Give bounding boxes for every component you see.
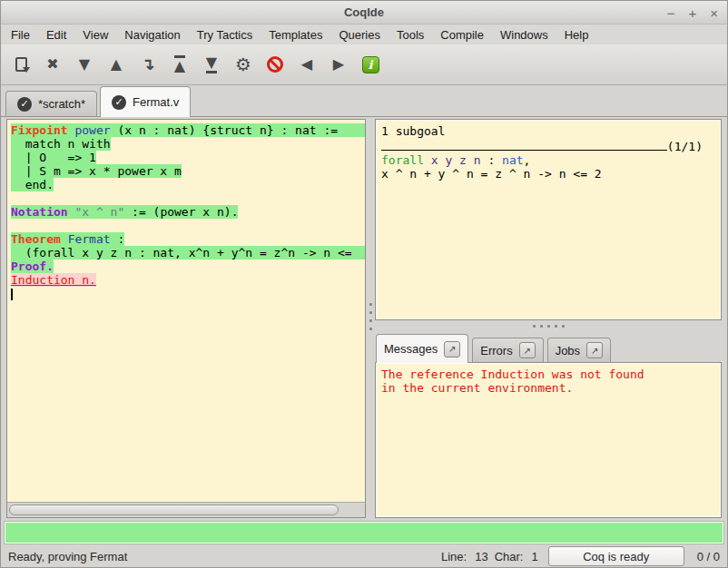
code-line	[11, 191, 365, 205]
about-icon: i	[362, 56, 379, 73]
restart-icon: ▲	[174, 55, 185, 73]
splitter-dot	[547, 325, 550, 328]
line-value: 13	[475, 550, 487, 563]
splitter-dot	[555, 325, 557, 328]
splitter-dot	[369, 328, 372, 330]
save-button[interactable]	[8, 49, 34, 80]
code-line: Proof.	[11, 260, 365, 273]
menu-item-queries[interactable]: Queries	[330, 26, 389, 44]
tab--scratch-[interactable]: ✓*scratch*	[5, 91, 97, 116]
detach-button[interactable]: ↗	[444, 341, 460, 357]
previous-occurrence-button[interactable]: ◀	[294, 49, 320, 80]
menu-item-templates[interactable]: Templates	[261, 26, 330, 44]
tab-label: Fermat.v	[133, 95, 179, 109]
go-to-cursor-icon: ↴	[141, 56, 154, 73]
document-tabbar: ✓*scratch*✓Fermat.v	[1, 85, 727, 117]
progress-bar	[5, 522, 723, 544]
vertical-splitter[interactable]	[366, 117, 375, 516]
menu-item-windows[interactable]: Windows	[492, 26, 556, 44]
statusbar: Ready, proving Fermat Line: 13 Char: 1 C…	[1, 545, 727, 567]
menu-item-navigation[interactable]: Navigation	[116, 26, 188, 44]
goal-index: (1/1)	[667, 140, 703, 153]
message-tabbar: Messages↗Errors↗Jobs↗	[375, 332, 722, 362]
about-button[interactable]: i	[358, 49, 383, 80]
go-to-cursor-button[interactable]: ↴	[135, 49, 161, 80]
tab-label: Jobs	[556, 344, 580, 357]
tab-label: Errors	[480, 344, 512, 357]
code-line: match n with	[11, 137, 365, 151]
code-line: | S m => x * power x m	[11, 164, 365, 178]
code-line: Induction n.	[11, 273, 365, 287]
coq-status-button[interactable]: Coq is ready	[548, 546, 684, 566]
menu-item-file[interactable]: File	[3, 26, 38, 44]
menu-item-view[interactable]: View	[74, 26, 116, 44]
toolbar: ✖▼▲↴▲▼⚙◀▶i	[1, 44, 727, 85]
subgoal-count: 1 subgoal	[381, 124, 715, 138]
scrollbar-thumb[interactable]	[9, 504, 339, 515]
detach-button[interactable]: ↗	[519, 342, 536, 358]
splitter-dot	[540, 325, 543, 328]
menu-item-try-tactics[interactable]: Try Tactics	[189, 26, 261, 44]
step-backward-icon: ▲	[111, 57, 122, 72]
goal-statement: forall x y z n : nat,x ^ n + y ^ n = z ^…	[381, 153, 715, 181]
step-backward-button[interactable]: ▲	[103, 49, 129, 80]
code-line: Theorem Fermat :	[11, 232, 365, 246]
script-editor[interactable]: Fixpoint power (x n : nat) {struct n} : …	[7, 120, 365, 502]
preferences-button[interactable]: ⚙	[231, 49, 256, 80]
restart-button[interactable]: ▲	[167, 49, 192, 80]
splitter-dot	[369, 311, 372, 314]
menu-item-edit[interactable]: Edit	[38, 26, 74, 44]
close-buffer-button[interactable]: ✖	[40, 49, 65, 80]
go-to-end-icon: ▼	[206, 55, 217, 73]
minimize-window-icon[interactable]: −	[667, 6, 675, 20]
goal-separator-line	[381, 150, 667, 151]
error-message-line: The reference Induction was not found	[381, 367, 715, 381]
menubar: FileEditViewNavigationTry TacticsTemplat…	[1, 24, 727, 44]
close-window-icon[interactable]: ×	[710, 6, 718, 20]
detach-button[interactable]: ↗	[586, 342, 603, 358]
tab-jobs[interactable]: Jobs↗	[547, 338, 611, 362]
goals-pane[interactable]: 1 subgoal (1/1) forall x y z n : nat,x ^…	[375, 119, 722, 320]
text-caret	[11, 289, 13, 300]
tab-errors[interactable]: Errors↗	[472, 338, 543, 362]
sentence-counter: 0 / 0	[697, 550, 720, 563]
splitter-dot	[369, 319, 372, 322]
step-forward-icon: ▼	[79, 57, 90, 72]
status-message: Ready, proving Fermat	[8, 550, 127, 563]
menu-item-help[interactable]: Help	[556, 26, 597, 44]
horizontal-splitter[interactable]	[375, 320, 722, 332]
step-forward-button[interactable]: ▼	[72, 49, 97, 80]
code-line: x ^ n + y ^ n = z ^ n -> n <= 2	[381, 167, 715, 181]
splitter-dot	[562, 325, 565, 328]
code-line	[11, 287, 365, 300]
main-area: Fixpoint power (x n : nat) {struct n} : …	[1, 117, 727, 520]
tab-label: *scratch*	[38, 97, 85, 111]
interrupt-icon	[267, 56, 283, 73]
code-line: forall x y z n : nat,	[381, 153, 715, 167]
previous-occurrence-icon: ◀	[301, 57, 312, 72]
char-value: 1	[531, 550, 537, 563]
line-label: Line:	[441, 550, 467, 563]
error-message-line: in the current environment.	[381, 381, 715, 395]
maximize-window-icon[interactable]: +	[688, 6, 696, 20]
interrupt-button[interactable]	[262, 49, 288, 80]
save-icon	[15, 57, 27, 72]
close-buffer-icon: ✖	[46, 57, 58, 72]
titlebar[interactable]: CoqIde −+×	[1, 1, 727, 24]
splitter-dot	[533, 325, 536, 328]
tab-fermat-v[interactable]: ✓Fermat.v	[100, 86, 191, 117]
horizontal-scrollbar[interactable]	[7, 502, 365, 517]
check-circle-icon: ✓	[17, 97, 32, 112]
script-pane: Fixpoint power (x n : nat) {struct n} : …	[6, 119, 366, 518]
window-title: CoqIde	[344, 5, 384, 19]
next-occurrence-button[interactable]: ▶	[326, 49, 351, 80]
progress-row	[1, 520, 727, 545]
go-to-end-button[interactable]: ▼	[199, 49, 224, 80]
menu-item-compile[interactable]: Compile	[432, 26, 492, 44]
coq-status-text: Coq is ready	[583, 550, 649, 563]
code-line	[11, 219, 365, 232]
menu-item-tools[interactable]: Tools	[389, 26, 432, 44]
tab-messages[interactable]: Messages↗	[376, 334, 468, 363]
code-line: | O => 1	[11, 151, 365, 164]
messages-pane[interactable]: The reference Induction was not foundin …	[375, 362, 722, 518]
